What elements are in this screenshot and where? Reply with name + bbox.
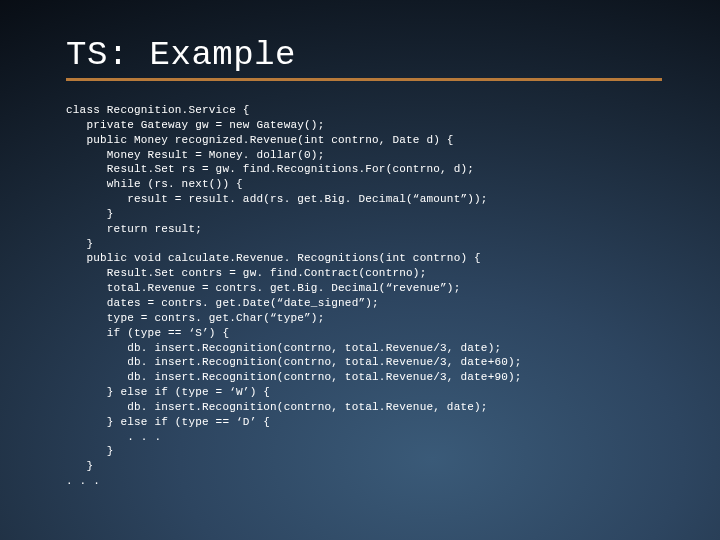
slide-title: TS: Example — [66, 36, 662, 74]
slide-inner: TS: Example class Recognition.Service { … — [14, 14, 706, 526]
slide: TS: Example class Recognition.Service { … — [0, 0, 720, 540]
code-block: class Recognition.Service { private Gate… — [66, 103, 662, 489]
title-rule — [66, 78, 662, 81]
